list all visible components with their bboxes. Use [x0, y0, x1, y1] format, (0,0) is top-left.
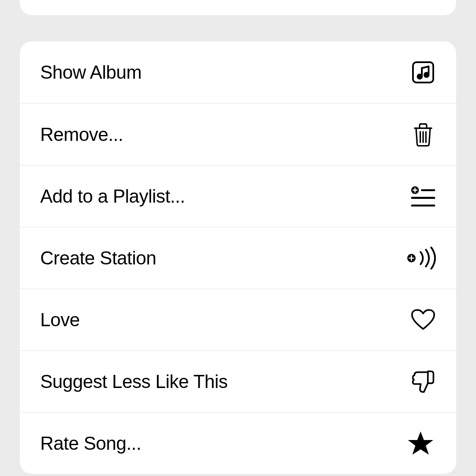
- menu-group-main: Show Album Remove... A: [20, 41, 456, 474]
- show-album-item[interactable]: Show Album: [20, 41, 456, 103]
- heart-icon: [410, 307, 436, 333]
- thumbs-down-icon: [410, 369, 436, 394]
- love-item[interactable]: Love: [20, 289, 456, 350]
- share-item[interactable]: Share: [20, 0, 456, 15]
- remove-label: Remove...: [40, 124, 123, 145]
- add-to-playlist-label: Add to a Playlist...: [40, 186, 185, 207]
- trash-icon: [410, 122, 436, 147]
- svg-rect-2: [413, 62, 433, 83]
- star-icon: [405, 431, 436, 456]
- show-album-label: Show Album: [40, 62, 142, 83]
- broadcast-icon: [405, 245, 436, 271]
- remove-item[interactable]: Remove...: [20, 103, 456, 165]
- suggest-less-item[interactable]: Suggest Less Like This: [20, 350, 456, 412]
- create-station-item[interactable]: Create Station: [20, 227, 456, 289]
- suggest-less-label: Suggest Less Like This: [40, 371, 228, 392]
- svg-line-7: [422, 66, 429, 68]
- add-playlist-icon: [410, 184, 436, 209]
- create-station-label: Create Station: [40, 248, 156, 269]
- rate-song-label: Rate Song...: [40, 433, 141, 454]
- love-label: Love: [40, 309, 80, 330]
- add-to-playlist-item[interactable]: Add to a Playlist...: [20, 165, 456, 227]
- menu-group-share: Share: [20, 0, 456, 15]
- rate-song-item[interactable]: Rate Song...: [20, 412, 456, 474]
- music-album-icon: [410, 60, 436, 85]
